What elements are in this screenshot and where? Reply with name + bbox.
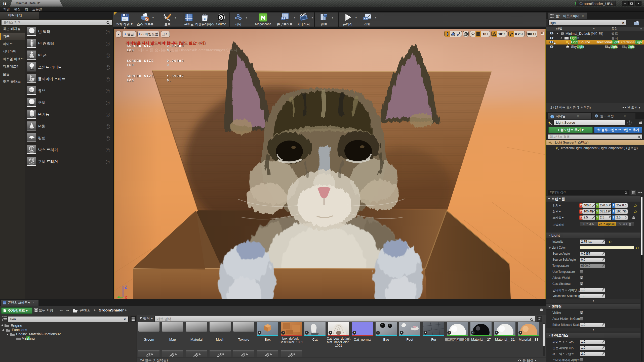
svg-text:Z: Z [125,285,127,289]
svg-text:u: u [204,17,206,20]
svg-text:X: X [125,296,127,299]
